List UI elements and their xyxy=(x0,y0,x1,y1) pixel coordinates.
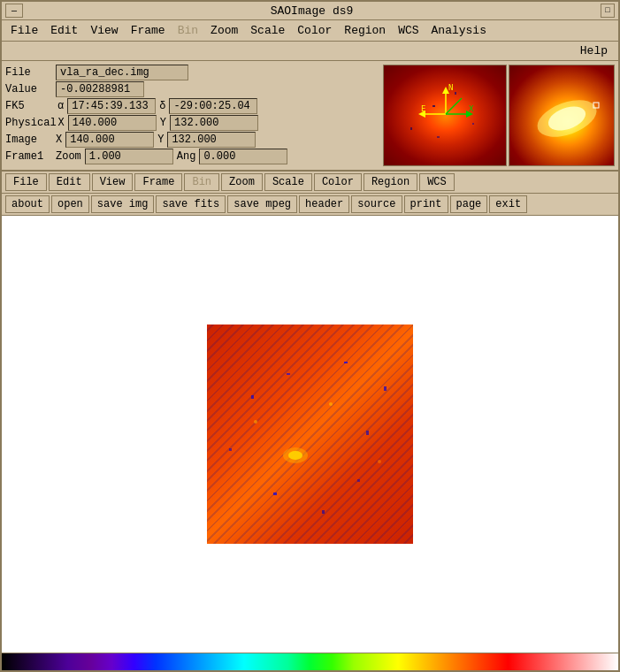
thumbnail-1: N E X xyxy=(383,65,507,166)
phys-x-label: X xyxy=(58,117,65,129)
toolbar-zoom-btn[interactable]: Zoom xyxy=(221,173,263,191)
img-y-label: Y xyxy=(157,134,164,146)
fk5-label: FK5 xyxy=(5,100,54,112)
toolbar-wcs-btn[interactable]: WCS xyxy=(419,173,455,191)
help-bar: Help xyxy=(2,42,618,61)
svg-rect-22 xyxy=(366,431,369,435)
toolbar-view-btn[interactable]: View xyxy=(92,173,134,191)
toolbar-bin-btn: Bin xyxy=(184,173,219,191)
main-canvas[interactable] xyxy=(2,216,618,653)
svg-rect-20 xyxy=(344,362,348,363)
menu-region[interactable]: Region xyxy=(339,22,391,39)
frame-label: Frame1 xyxy=(5,150,54,163)
menu-color[interactable]: Color xyxy=(292,22,337,39)
title-bar: — SAOImage ds9 □ xyxy=(2,2,618,20)
svg-rect-13 xyxy=(410,127,412,130)
menu-zoom[interactable]: Zoom xyxy=(205,22,243,39)
toolbar-secondary: File Edit View Frame Bin Zoom Scale Colo… xyxy=(2,171,618,194)
alpha-symbol: α xyxy=(57,100,64,112)
menu-analysis[interactable]: Analysis xyxy=(426,22,492,39)
svg-rect-23 xyxy=(273,493,277,495)
value-label: Value xyxy=(5,83,54,95)
menu-frame[interactable]: Frame xyxy=(126,22,171,39)
source-overlay xyxy=(509,65,615,166)
svg-rect-10 xyxy=(432,105,435,107)
zoom-value: 1.000 xyxy=(85,149,173,164)
main-image-svg xyxy=(207,325,413,544)
main-window: — SAOImage ds9 □ File Edit View Frame Bi… xyxy=(0,0,620,672)
phys-y-label: Y xyxy=(160,117,166,129)
menu-edit[interactable]: Edit xyxy=(45,22,83,39)
info-panel: File vla_ra_dec.img Value -0.00288981 FK… xyxy=(2,61,618,171)
physical-row: Physical X 140.000 Y 132.000 xyxy=(5,115,379,131)
file-row: File vla_ra_dec.img xyxy=(5,65,379,80)
exit-button[interactable]: exit xyxy=(489,195,527,213)
header-button[interactable]: header xyxy=(299,195,349,213)
maximize-button[interactable]: □ xyxy=(601,4,615,18)
toolbar-file-btn[interactable]: File xyxy=(5,173,47,191)
menu-scale[interactable]: Scale xyxy=(245,22,290,39)
svg-rect-14 xyxy=(437,136,440,138)
about-button[interactable]: about xyxy=(5,195,50,213)
colorbar xyxy=(2,653,618,670)
svg-text:X: X xyxy=(469,104,474,113)
svg-rect-24 xyxy=(322,510,325,514)
svg-rect-21 xyxy=(251,395,254,399)
img-y-value: 132.000 xyxy=(167,132,256,148)
ang-label: Ang xyxy=(177,150,196,163)
phys-x-value: 140.000 xyxy=(68,115,157,131)
phys-y-value: 132.000 xyxy=(170,115,258,131)
img-x-label: X xyxy=(56,134,62,146)
svg-rect-25 xyxy=(229,448,232,451)
svg-text:N: N xyxy=(448,83,453,92)
minimize-icon: — xyxy=(11,6,17,16)
frame-zoom-row: Frame1 Zoom 1.000 Ang 0.000 xyxy=(5,149,379,164)
value-value: -0.00288981 xyxy=(56,81,144,97)
svg-point-30 xyxy=(378,460,381,463)
thumbnail-2 xyxy=(509,65,615,166)
menu-bin: Bin xyxy=(172,22,203,39)
toolbar-scale-btn[interactable]: Scale xyxy=(264,173,312,191)
save-mpeg-button[interactable]: save mpeg xyxy=(227,195,297,213)
menu-view[interactable]: View xyxy=(85,22,123,39)
menu-file[interactable]: File xyxy=(5,22,43,39)
image-label: Image xyxy=(5,134,54,146)
delta-symbol: δ xyxy=(159,100,165,112)
svg-rect-11 xyxy=(455,92,456,95)
svg-rect-28 xyxy=(357,479,360,482)
zoom-label: Zoom xyxy=(56,150,81,163)
menu-wcs[interactable]: WCS xyxy=(393,22,424,39)
svg-rect-12 xyxy=(472,123,474,125)
menu-bar: File Edit View Frame Bin Zoom Scale Colo… xyxy=(2,20,618,42)
thumbnail-panel: N E X xyxy=(381,63,616,168)
value-row: Value -0.00288981 xyxy=(5,81,379,97)
ang-value: 0.000 xyxy=(199,149,287,164)
main-image-container xyxy=(207,325,413,544)
svg-point-31 xyxy=(329,402,333,406)
source-button[interactable]: source xyxy=(351,195,402,213)
svg-text:E: E xyxy=(421,104,425,113)
img-x-value: 140.000 xyxy=(65,132,154,148)
open-button[interactable]: open xyxy=(51,195,89,213)
toolbar-edit-btn[interactable]: Edit xyxy=(49,173,90,191)
file-value: vla_ra_dec.img xyxy=(56,65,188,80)
physical-label: Physical xyxy=(5,117,57,129)
crosshair-svg: N E X xyxy=(384,65,507,166)
maximize-icon: □ xyxy=(605,6,609,15)
page-button[interactable]: page xyxy=(450,195,488,213)
minimize-button[interactable]: — xyxy=(5,4,23,18)
svg-point-19 xyxy=(283,447,308,463)
toolbar-frame-btn[interactable]: Frame xyxy=(134,173,182,191)
dec-value: -29:00:25.04 xyxy=(169,98,257,114)
fk5-row: FK5 α 17:45:39.133 δ -29:00:25.04 xyxy=(5,98,379,114)
toolbar-color-btn[interactable]: Color xyxy=(314,173,362,191)
save-fits-button[interactable]: save fits xyxy=(156,195,226,213)
svg-line-9 xyxy=(446,98,462,114)
svg-rect-27 xyxy=(287,373,290,375)
print-button[interactable]: print xyxy=(404,195,448,213)
action-bar: about open save img save fits save mpeg … xyxy=(2,194,618,216)
save-img-button[interactable]: save img xyxy=(91,195,155,213)
help-menu-item[interactable]: Help xyxy=(575,42,613,59)
image-row: Image X 140.000 Y 132.000 xyxy=(5,132,379,148)
toolbar-region-btn[interactable]: Region xyxy=(364,173,417,191)
